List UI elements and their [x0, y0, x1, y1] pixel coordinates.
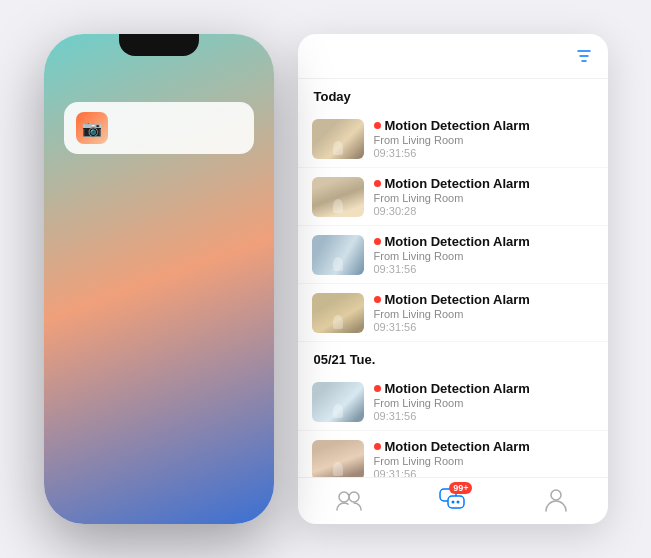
- message-thumbnail: [312, 235, 364, 275]
- unread-dot: [374, 296, 381, 303]
- message-info: Motion Detection Alarm From Living Room …: [374, 439, 594, 477]
- message-from: From Living Room: [374, 192, 594, 204]
- messages-body: Today Motion Detection Alarm From Living…: [298, 79, 608, 477]
- notification-card: 📷: [64, 102, 254, 154]
- message-time: 09:31:56: [374, 410, 594, 422]
- message-title: Motion Detection Alarm: [385, 292, 530, 307]
- message-from: From Living Room: [374, 308, 594, 320]
- unread-dot: [374, 443, 381, 450]
- message-item[interactable]: Motion Detection Alarm From Living Room …: [298, 226, 608, 284]
- messages-badge: 99+: [449, 482, 472, 494]
- message-info: Motion Detection Alarm From Living Room …: [374, 292, 594, 333]
- message-item[interactable]: Motion Detection Alarm From Living Room …: [298, 110, 608, 168]
- message-title: Motion Detection Alarm: [385, 381, 530, 396]
- tab-devices[interactable]: [335, 486, 363, 514]
- notif-app-icon: 📷: [76, 112, 108, 144]
- section-header-0: Today: [298, 79, 608, 110]
- message-thumbnail: [312, 177, 364, 217]
- phone-mockup: 📷: [44, 34, 274, 524]
- filter-icon[interactable]: [576, 48, 592, 68]
- message-title-row: Motion Detection Alarm: [374, 292, 594, 307]
- tab-messages[interactable]: 99+: [438, 486, 466, 514]
- message-title-row: Motion Detection Alarm: [374, 234, 594, 249]
- message-time: 09:31:56: [374, 468, 594, 477]
- message-info: Motion Detection Alarm From Living Room …: [374, 176, 594, 217]
- message-item[interactable]: Motion Detection Alarm From Living Room …: [298, 168, 608, 226]
- message-title: Motion Detection Alarm: [385, 439, 530, 454]
- message-info: Motion Detection Alarm From Living Room …: [374, 234, 594, 275]
- message-item[interactable]: Motion Detection Alarm From Living Room …: [298, 431, 608, 477]
- message-title-row: Motion Detection Alarm: [374, 118, 594, 133]
- unread-dot: [374, 122, 381, 129]
- message-title-row: Motion Detection Alarm: [374, 176, 594, 191]
- message-item[interactable]: Motion Detection Alarm From Living Room …: [298, 284, 608, 342]
- message-thumbnail: [312, 382, 364, 422]
- message-from: From Living Room: [374, 455, 594, 467]
- message-title: Motion Detection Alarm: [385, 176, 530, 191]
- tab-bar: 99+: [298, 477, 608, 524]
- section-header-1: 05/21 Tue.: [298, 342, 608, 373]
- message-from: From Living Room: [374, 397, 594, 409]
- message-info: Motion Detection Alarm From Living Room …: [374, 118, 594, 159]
- message-thumbnail: [312, 293, 364, 333]
- svg-point-1: [349, 492, 359, 502]
- message-time: 09:31:56: [374, 147, 594, 159]
- message-item[interactable]: Motion Detection Alarm From Living Room …: [298, 373, 608, 431]
- notif-content: [116, 112, 120, 114]
- message-time: 09:30:28: [374, 205, 594, 217]
- messages-tab-icon: 99+: [438, 486, 466, 514]
- svg-point-6: [551, 490, 561, 500]
- svg-point-0: [339, 492, 349, 502]
- message-thumbnail: [312, 119, 364, 159]
- svg-point-5: [457, 501, 460, 504]
- message-from: From Living Room: [374, 250, 594, 262]
- message-thumbnail: [312, 440, 364, 478]
- tab-profile[interactable]: [542, 486, 570, 514]
- message-from: From Living Room: [374, 134, 594, 146]
- svg-point-4: [452, 501, 455, 504]
- message-time: 09:31:56: [374, 321, 594, 333]
- message-title: Motion Detection Alarm: [385, 234, 530, 249]
- profile-tab-icon: [542, 486, 570, 514]
- message-title: Motion Detection Alarm: [385, 118, 530, 133]
- svg-rect-3: [448, 496, 464, 508]
- message-title-row: Motion Detection Alarm: [374, 439, 594, 454]
- messages-header: [298, 34, 608, 79]
- messages-panel: Today Motion Detection Alarm From Living…: [298, 34, 608, 524]
- unread-dot: [374, 385, 381, 392]
- unread-dot: [374, 238, 381, 245]
- devices-tab-icon: [335, 486, 363, 514]
- message-info: Motion Detection Alarm From Living Room …: [374, 381, 594, 422]
- message-time: 09:31:56: [374, 263, 594, 275]
- message-title-row: Motion Detection Alarm: [374, 381, 594, 396]
- unread-dot: [374, 180, 381, 187]
